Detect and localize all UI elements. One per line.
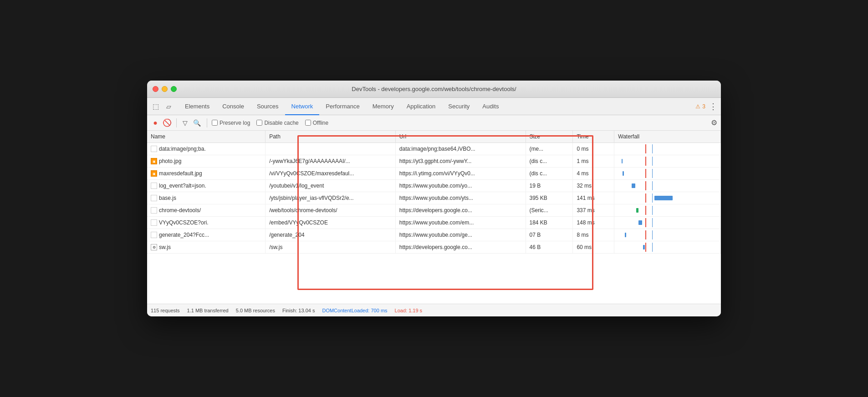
cell-path: /embed/VYyQv0CSZOE [266, 217, 396, 229]
record-button[interactable]: ● [151, 118, 160, 127]
request-timing-bar [632, 183, 635, 188]
load-marker [652, 144, 653, 153]
table-row[interactable]: ▣photo.jpg/-ywwYkaJ6E7g/AAAAAAAAAI/...ht… [147, 155, 721, 168]
waterfall-bar [618, 170, 717, 177]
domcontent-loaded: DOMContentLoaded: 700 ms [322, 308, 387, 313]
cell-path: /-ywwYkaJ6E7g/AAAAAAAAAI/... [266, 155, 396, 168]
warning-icon: ⚠ [695, 103, 700, 110]
tab-performance[interactable]: Performance [319, 98, 366, 115]
tab-memory[interactable]: Memory [366, 98, 400, 115]
tab-elements[interactable]: Elements [179, 98, 216, 115]
transferred-size: 1.1 MB transferred [187, 308, 229, 313]
table-row[interactable]: chrome-devtools//web/tools/chrome-devtoo… [147, 204, 721, 217]
file-type-icon [151, 207, 159, 214]
waterfall-bar [618, 244, 717, 251]
cell-url: https://www.youtube.com/ge... [395, 229, 526, 241]
maximize-button[interactable] [171, 86, 177, 92]
table-row[interactable]: data:image/png;ba.data:image/png;base64,… [147, 143, 721, 155]
request-timing-bar [636, 208, 638, 213]
cell-path [266, 143, 396, 155]
preserve-log-checkbox[interactable]: Preserve log [212, 120, 250, 126]
file-type-icon: ▣ [151, 158, 159, 164]
tab-application[interactable]: Application [400, 98, 442, 115]
col-header-waterfall[interactable]: Waterfall [614, 131, 721, 143]
waterfall-bar [618, 207, 717, 214]
tab-sources[interactable]: Sources [250, 98, 285, 115]
cell-path: /yts/jsbin/player_ias-vflVQDSr2/e... [266, 192, 396, 204]
waterfall-bar [618, 219, 717, 226]
file-type-icon: ⚙ [151, 244, 159, 250]
cell-size: (dis c... [526, 155, 573, 168]
cell-size: 19 B [526, 180, 573, 192]
filter-icon[interactable]: ▽ [181, 118, 189, 128]
request-timing-bar [622, 159, 623, 163]
stop-button[interactable]: 🚫 [163, 118, 172, 127]
waterfall-bar [618, 145, 717, 153]
search-icon[interactable]: 🔍 [192, 118, 202, 128]
network-table: Name Path Url Size [147, 131, 721, 304]
col-header-path[interactable]: Path [266, 131, 396, 143]
tab-audits[interactable]: Audits [476, 98, 505, 115]
cell-size: (Seric... [526, 204, 573, 217]
tab-right-area: ⚠ 3 ⋮ [695, 102, 717, 112]
file-type-icon [151, 232, 159, 238]
cell-size: 184 KB [526, 217, 573, 229]
waterfall-bar [618, 158, 717, 165]
minimize-button[interactable] [162, 86, 168, 92]
domcontent-marker [645, 193, 646, 203]
col-header-size[interactable]: Size [526, 131, 573, 143]
device-icon[interactable]: ▱ [164, 101, 173, 112]
cell-size: (me... [526, 143, 573, 155]
cell-path: /vi/VYyQv0CSZOE/maxresdefaul... [266, 168, 396, 180]
tab-security[interactable]: Security [442, 98, 476, 115]
table-row[interactable]: generate_204?Fcc.../generate_204https://… [147, 229, 721, 241]
load-marker [652, 181, 653, 190]
waterfall-bar [618, 194, 717, 202]
disable-cache-checkbox[interactable]: Disable cache [256, 120, 298, 126]
tab-console[interactable]: Console [216, 98, 250, 115]
warning-badge[interactable]: ⚠ 3 [695, 103, 705, 110]
network-toolbar: ● 🚫 ▽ 🔍 Preserve log Disable cache Offli… [147, 115, 721, 131]
load-marker [652, 230, 653, 239]
cell-waterfall [614, 168, 721, 180]
table-row[interactable]: log_event?alt=json./youtubei/v1/log_even… [147, 180, 721, 192]
cell-waterfall [614, 241, 721, 254]
request-timing-bar [638, 220, 642, 225]
tab-network[interactable]: Network [285, 98, 320, 115]
settings-button[interactable]: ⚙ [711, 118, 717, 127]
waterfall-bar [618, 231, 717, 239]
close-button[interactable] [153, 86, 158, 92]
table-row[interactable]: ▣maxresdefault.jpg/vi/VYyQv0CSZOE/maxres… [147, 168, 721, 180]
table-row[interactable]: VYyQv0CSZOE?ori./embed/VYyQv0CSZOEhttps:… [147, 217, 721, 229]
file-type-icon [151, 195, 159, 201]
devtools-tabs: ⬚ ▱ Elements Console Sources Network Per… [147, 98, 721, 115]
offline-checkbox[interactable]: Offline [305, 120, 328, 126]
col-header-name[interactable]: Name [147, 131, 266, 143]
requests-table: Name Path Url Size [147, 131, 721, 254]
cell-size: (dis c... [526, 168, 573, 180]
cell-url: https://i.ytimg.com/vi/VYyQv0... [395, 168, 526, 180]
cell-url: https://www.youtube.com/yts... [395, 192, 526, 204]
load-marker [652, 206, 653, 215]
cell-url: https://developers.google.co... [395, 204, 526, 217]
cell-waterfall [614, 229, 721, 241]
traffic-lights [153, 86, 177, 92]
cell-waterfall [614, 143, 721, 155]
file-type-icon [151, 219, 159, 226]
devtools-window: DevTools - developers.google.com/web/too… [147, 81, 721, 316]
file-type-icon [151, 183, 159, 189]
cell-waterfall [614, 155, 721, 168]
more-options-icon[interactable]: ⋮ [709, 102, 717, 112]
window-title: DevTools - developers.google.com/web/too… [352, 86, 516, 92]
request-timing-bar [625, 233, 626, 237]
cell-time: 141 ms [573, 192, 614, 204]
table-row[interactable]: ⚙sw.js/sw.jshttps://developers.google.co… [147, 241, 721, 254]
col-header-url[interactable]: Url [395, 131, 526, 143]
cursor-icon[interactable]: ⬚ [151, 101, 161, 112]
cell-time: 148 ms [573, 217, 614, 229]
col-header-time[interactable]: Time [573, 131, 614, 143]
cell-waterfall [614, 192, 721, 204]
cell-waterfall [614, 217, 721, 229]
file-type-icon [151, 146, 159, 152]
table-row[interactable]: base.js/yts/jsbin/player_ias-vflVQDSr2/e… [147, 192, 721, 204]
